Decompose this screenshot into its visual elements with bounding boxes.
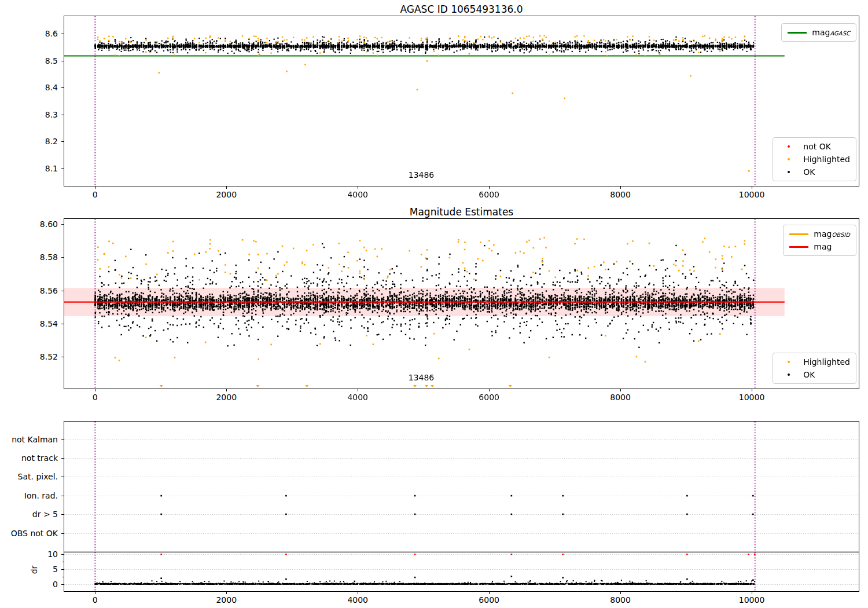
x-tick-mark xyxy=(489,389,490,391)
x-tick-label: 0 xyxy=(93,393,98,401)
middle-plot-title: Magnitude Estimates xyxy=(64,206,859,218)
middle-plot-points-legend: Highlighted OK xyxy=(773,353,856,384)
top-plot-points-legend: not OK Highlighted OK xyxy=(773,137,856,181)
category-label: not track xyxy=(3,454,58,462)
x-tick-mark xyxy=(226,186,227,189)
legend-row-highlighted-2: Highlighted xyxy=(779,356,850,368)
y-tick-mark xyxy=(61,141,64,142)
ok-marker-icon xyxy=(779,373,798,376)
x-tick-mark xyxy=(95,592,95,594)
legend-row-mag-agasc: magAGASC xyxy=(788,27,850,38)
mag-legend-label: mag xyxy=(814,242,832,251)
mag-obsid-legend-label: magOBSID xyxy=(814,229,850,239)
y-tick-mark xyxy=(61,224,64,225)
y-tick-mark xyxy=(61,324,64,324)
y-tick-label: 8.2 xyxy=(3,137,58,145)
x-tick-mark xyxy=(752,592,752,594)
category-tick-mark xyxy=(61,439,64,440)
x-tick-label: 8000 xyxy=(610,596,631,604)
x-tick-mark xyxy=(489,186,490,189)
legend-row-mag-obsid: magOBSID xyxy=(789,228,850,240)
y-tick-label: 8.54 xyxy=(3,320,58,328)
x-tick-label: 6000 xyxy=(479,596,499,604)
x-tick-label: 4000 xyxy=(347,596,368,604)
x-tick-label: 2000 xyxy=(216,393,237,401)
x-tick-mark xyxy=(358,592,358,594)
category-tick-mark xyxy=(61,533,64,534)
x-tick-mark xyxy=(752,389,752,391)
x-tick-mark xyxy=(620,592,621,594)
x-tick-mark xyxy=(489,592,490,594)
y-tick-label: 8.56 xyxy=(3,287,58,295)
category-label: Ion. rad. xyxy=(3,492,58,500)
y-tick-mark xyxy=(61,115,64,115)
y-tick-mark xyxy=(61,257,64,258)
dr-minor-tick-mark xyxy=(62,577,64,577)
highlighted-marker-icon xyxy=(779,361,798,363)
mag-line-swatch xyxy=(789,246,808,248)
y-tick-label: 8.4 xyxy=(3,83,58,91)
x-tick-label: 0 xyxy=(93,191,98,199)
top-plot-area: 13486 magAGASC not OK Highlighted OK xyxy=(64,16,859,186)
top-plot-line-legend: magAGASC xyxy=(781,23,856,42)
category-tick-mark xyxy=(61,514,64,515)
category-tick-mark xyxy=(61,458,64,459)
bottom-plot-canvas xyxy=(64,422,859,591)
y-tick-mark xyxy=(61,61,64,61)
x-tick-label: 4000 xyxy=(347,191,368,199)
category-label: not Kalman xyxy=(3,435,58,444)
dr-minor-tick-mark xyxy=(62,562,64,562)
y-tick-mark xyxy=(61,357,64,357)
top-plot-title: AGASC ID 1065493136.0 xyxy=(64,3,859,15)
x-tick-label: 6000 xyxy=(479,393,499,401)
dr-tick-label: 0 xyxy=(3,580,58,588)
dr-tick-mark xyxy=(61,554,64,555)
legend-row-ok-2: OK xyxy=(779,369,850,380)
middle-plot-line-legend: magOBSID mag xyxy=(783,225,856,256)
x-tick-mark xyxy=(358,389,358,391)
y-tick-label: 8.5 xyxy=(3,57,58,65)
not-ok-marker-icon xyxy=(779,145,798,148)
top-plot-count-annotation: 13486 xyxy=(409,170,435,180)
x-tick-label: 10000 xyxy=(739,596,765,604)
category-tick-mark xyxy=(61,477,64,477)
legend-row-mag: mag xyxy=(789,241,850,252)
middle-plot-count-annotation: 13486 xyxy=(409,373,435,382)
y-tick-mark xyxy=(61,34,64,34)
legend-row-highlighted: Highlighted xyxy=(779,153,850,165)
x-tick-label: 4000 xyxy=(347,393,368,401)
dr-tick-label: 10 xyxy=(3,550,58,558)
y-tick-mark xyxy=(61,87,64,88)
category-label: Sat. pixel. xyxy=(3,473,58,481)
figure: AGASC ID 1065493136.0 Magnitude Estimate… xyxy=(0,0,868,608)
x-tick-mark xyxy=(95,389,95,391)
mag-obsid-line-swatch xyxy=(789,233,808,235)
dr-tick-label: 5 xyxy=(3,565,58,573)
y-tick-label: 8.3 xyxy=(3,111,58,119)
legend-row-not-ok: not OK xyxy=(779,141,850,152)
middle-plot-area: 13486 magOBSID mag Highlighted OK xyxy=(64,218,859,389)
middle-plot-canvas xyxy=(64,219,859,389)
not-ok-legend-label: not OK xyxy=(803,142,831,151)
top-plot-canvas xyxy=(64,16,859,186)
x-tick-label: 0 xyxy=(93,596,98,604)
category-label: dr > 5 xyxy=(3,510,58,518)
category-label: OBS not OK xyxy=(3,529,58,537)
highlighted-legend-label: Highlighted xyxy=(803,155,850,164)
x-tick-mark xyxy=(752,186,752,189)
dr-tick-mark xyxy=(61,569,64,570)
x-tick-mark xyxy=(358,186,358,189)
y-tick-label: 8.58 xyxy=(3,253,58,261)
x-tick-label: 2000 xyxy=(216,596,237,604)
y-tick-mark xyxy=(61,291,64,291)
y-tick-mark xyxy=(61,169,64,169)
x-tick-label: 6000 xyxy=(479,191,499,199)
highlighted-legend-label: Highlighted xyxy=(803,357,850,367)
x-tick-mark xyxy=(226,389,227,391)
ok-legend-label: OK xyxy=(803,167,815,177)
bottom-plot-area xyxy=(64,421,859,592)
x-tick-label: 10000 xyxy=(739,393,765,401)
x-tick-label: 8000 xyxy=(610,393,631,401)
mag-agasc-line-swatch xyxy=(788,32,807,34)
x-tick-mark xyxy=(620,389,621,391)
